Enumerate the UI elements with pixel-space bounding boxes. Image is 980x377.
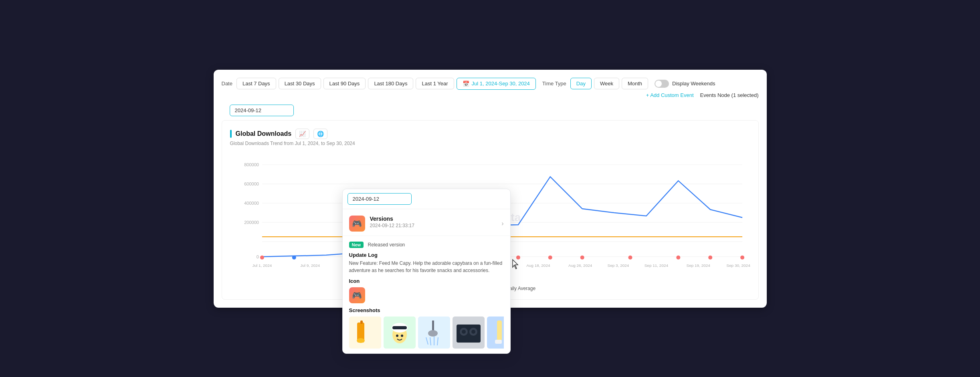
weekends-toggle: Display Weekends bbox=[655, 80, 715, 88]
svg-point-23 bbox=[708, 255, 712, 259]
svg-point-59 bbox=[471, 330, 475, 334]
popup-title: Versions bbox=[370, 216, 414, 222]
svg-point-49 bbox=[428, 330, 438, 337]
popup-body: New Released version Update Log New Feat… bbox=[343, 236, 510, 353]
released-text: Released version bbox=[368, 242, 405, 248]
screenshots-section-title: Screenshots bbox=[349, 307, 504, 313]
svg-text:200000: 200000 bbox=[244, 220, 259, 224]
chart-share-icon[interactable]: 🌐 bbox=[313, 129, 327, 139]
svg-rect-55 bbox=[457, 325, 481, 343]
svg-point-45 bbox=[396, 335, 398, 337]
svg-text:Aug 26, 2024: Aug 26, 2024 bbox=[568, 263, 592, 267]
svg-text:Jul 9, 2024: Jul 9, 2024 bbox=[300, 263, 320, 267]
add-custom-event-button[interactable]: + Add Custom Event bbox=[646, 92, 694, 98]
events-node-text: Events Node (1 selected) bbox=[700, 92, 759, 98]
popup-datetime: 2024-09-12 21:33:17 bbox=[370, 223, 414, 228]
screenshot-4 bbox=[453, 317, 485, 349]
popup-header: 🎮 Versions 2024-09-12 21:33:17 › bbox=[343, 209, 510, 236]
date-range-button[interactable]: 📅 Jul 1, 2024-Sep 30, 2024 bbox=[457, 78, 536, 90]
right-actions: + Add Custom Event Events Node (1 select… bbox=[646, 92, 759, 98]
svg-point-40 bbox=[357, 338, 365, 343]
popup-card: 🎮 Versions 2024-09-12 21:33:17 › New Rel… bbox=[342, 189, 511, 354]
svg-rect-44 bbox=[392, 326, 407, 329]
chart-subtitle: Global Downloads Trend from Jul 1, 2024,… bbox=[230, 141, 750, 146]
icon-section-title: Icon bbox=[349, 278, 504, 284]
svg-rect-61 bbox=[497, 321, 502, 341]
popup-app-icon: 🎮 bbox=[349, 216, 365, 232]
svg-point-21 bbox=[628, 255, 632, 259]
time-type-day[interactable]: Day bbox=[570, 78, 592, 89]
svg-point-12 bbox=[260, 255, 264, 259]
svg-point-24 bbox=[740, 255, 744, 259]
main-container: Date Last 7 Days Last 30 Days Last 90 Da… bbox=[214, 70, 767, 308]
tab-last7[interactable]: Last 7 Days bbox=[236, 78, 276, 89]
screenshot-5 bbox=[487, 317, 504, 349]
chart-section: Global Downloads 📈 🌐 Global Downloads Tr… bbox=[222, 120, 759, 300]
update-log-text: New Feature: Feed Me Capy. Help the ador… bbox=[349, 260, 504, 274]
tab-last30[interactable]: Last 30 Days bbox=[279, 78, 321, 89]
popup-chevron[interactable]: › bbox=[501, 220, 503, 227]
popup-title-block: Versions 2024-09-12 21:33:17 bbox=[370, 216, 414, 228]
weekends-label: Display Weekends bbox=[672, 81, 715, 87]
time-type-week[interactable]: Week bbox=[594, 78, 619, 89]
top-bar: Date Last 7 Days Last 30 Days Last 90 Da… bbox=[222, 78, 759, 98]
time-type-label: Time Type bbox=[542, 81, 566, 87]
svg-point-13 bbox=[292, 255, 296, 259]
svg-text:Jul 1, 2024: Jul 1, 2024 bbox=[252, 263, 272, 267]
svg-rect-63 bbox=[495, 340, 502, 344]
new-badge: New bbox=[349, 242, 364, 248]
svg-text:400000: 400000 bbox=[244, 201, 259, 206]
chart-type-icon[interactable]: 📈 bbox=[295, 129, 309, 139]
calendar-icon: 📅 bbox=[463, 81, 469, 87]
chart-header: Global Downloads 📈 🌐 bbox=[230, 129, 750, 139]
svg-point-22 bbox=[676, 255, 680, 259]
tab-last1year[interactable]: Last 1 Year bbox=[416, 78, 454, 89]
date-input[interactable] bbox=[230, 105, 294, 116]
screenshot-3 bbox=[418, 317, 450, 349]
svg-point-46 bbox=[401, 335, 403, 337]
svg-text:Sep 30, 2024: Sep 30, 2024 bbox=[726, 263, 750, 267]
blue-bar-icon bbox=[230, 130, 232, 138]
svg-text:800000: 800000 bbox=[244, 162, 259, 167]
svg-point-18 bbox=[516, 255, 520, 259]
svg-text:Sep 3, 2024: Sep 3, 2024 bbox=[607, 263, 629, 267]
svg-rect-37 bbox=[349, 317, 381, 349]
time-type-month[interactable]: Month bbox=[622, 78, 648, 89]
svg-text:600000: 600000 bbox=[244, 181, 259, 186]
popup-date-input[interactable] bbox=[348, 193, 412, 205]
svg-text:Sep 19, 2024: Sep 19, 2024 bbox=[686, 263, 710, 267]
popup-badge-row: New Released version bbox=[349, 241, 504, 248]
svg-rect-39 bbox=[360, 321, 363, 324]
chart-wrapper: 800000 600000 400000 200000 0 bbox=[230, 153, 750, 282]
svg-text:Aug 18, 2024: Aug 18, 2024 bbox=[526, 263, 550, 267]
date-range-text: Jul 1, 2024-Sep 30, 2024 bbox=[472, 81, 530, 87]
svg-text:Sep 11, 2024: Sep 11, 2024 bbox=[644, 263, 668, 267]
svg-point-19 bbox=[548, 255, 552, 259]
screenshot-1 bbox=[349, 317, 381, 349]
date-label: Date bbox=[222, 81, 232, 87]
screenshots-row bbox=[349, 317, 504, 349]
svg-text:0: 0 bbox=[256, 254, 259, 259]
chart-title: Global Downloads bbox=[236, 130, 292, 137]
update-log-title: Update Log bbox=[349, 252, 504, 258]
tab-last180[interactable]: Last 180 Days bbox=[368, 78, 413, 89]
display-weekends-toggle[interactable] bbox=[655, 80, 669, 88]
svg-point-20 bbox=[580, 255, 584, 259]
screenshot-2 bbox=[384, 317, 416, 349]
add-event-label: + Add Custom Event bbox=[646, 92, 694, 98]
svg-point-58 bbox=[462, 330, 466, 334]
popup-icon-preview: 🎮 bbox=[349, 287, 365, 303]
tab-last90[interactable]: Last 90 Days bbox=[323, 78, 366, 89]
date-input-row bbox=[222, 105, 759, 116]
